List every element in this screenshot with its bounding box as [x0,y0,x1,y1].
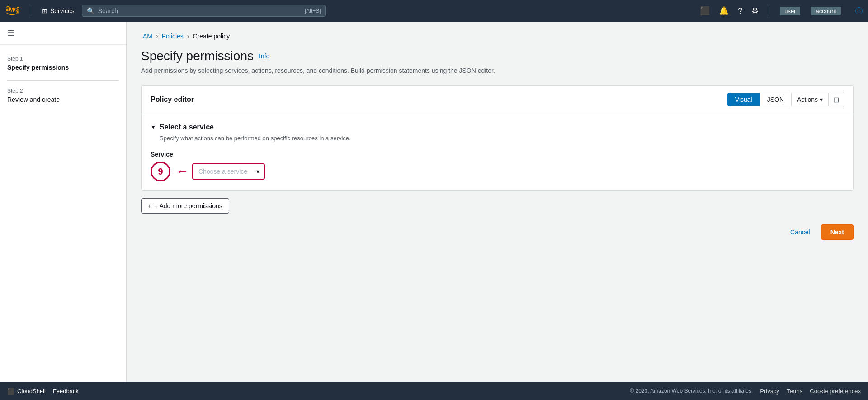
terminal-icon: ⬛ [700,6,710,16]
section-subtitle: Specify what actions can be performed on… [160,135,844,142]
select-service-section: ▼ Select a service Specify what actions … [142,114,853,190]
bottom-bar: ⬛ CloudShell Feedback © 2023, Amazon Web… [0,382,868,400]
page-info-link[interactable]: Info [259,52,269,60]
step2-label: Step 2 [7,88,119,94]
card-header: Policy editor Visual JSON Actions ▾ ⊡ [142,86,853,114]
account-menu-button[interactable]: account [807,6,844,16]
breadcrumb-separator-1: › [156,33,158,40]
aws-logo [5,5,22,16]
services-label: Services [50,7,75,14]
step1-title: Specify permissions [7,64,119,71]
user-menu-button[interactable]: user [776,5,804,17]
top-navigation: ⊞ Services 🔍 [Alt+S] ⬛ 🔔 ? ⚙ user accoun… [0,0,868,22]
cloudshell-icon: ⬛ [7,388,14,395]
copyright-text: © 2023, Amazon Web Services, Inc. or its… [630,388,753,394]
fullscreen-button[interactable]: ⊡ [829,92,844,107]
cancel-button[interactable]: Cancel [785,225,816,239]
user-label: user [780,7,800,15]
search-icon: 🔍 [87,7,94,14]
bell-icon: 🔔 [719,6,729,16]
bottom-links: Privacy Terms Cookie preferences [760,388,861,395]
breadcrumb-iam-link[interactable]: IAM [141,33,152,40]
page-title: Specify permissions [141,49,254,63]
tab-json-button[interactable]: JSON [760,93,792,106]
sidebar-toggle-button[interactable]: ☰ [0,22,126,45]
settings-button[interactable]: ⚙ [749,3,761,19]
grid-icon: ⊞ [42,7,47,14]
service-field-label: Service [151,151,844,158]
services-button[interactable]: ⊞ Services [38,5,78,16]
search-shortcut: [Alt+S] [305,8,321,14]
nav-divider-2 [769,5,769,16]
step1-label: Step 1 [7,56,119,62]
service-select-wrapper: Choose a service ▾ [192,163,265,180]
service-select[interactable]: Choose a service [192,163,265,180]
section-collapse-icon: ▼ [151,124,156,130]
privacy-link[interactable]: Privacy [760,388,779,395]
annotation-wrapper: 9 ← Choose a service ▾ [151,162,844,181]
cookie-preferences-link[interactable]: Cookie preferences [810,388,861,395]
add-permissions-plus-icon: + [148,202,151,210]
page-title-row: Specify permissions Info [141,49,854,63]
bottom-actions: Cancel Next [141,224,854,247]
terms-link[interactable]: Terms [787,388,802,395]
sidebar: ☰ Step 1 Specify permissions Step 2 Revi… [0,22,127,382]
feedback-button[interactable]: Feedback [53,388,79,395]
search-input[interactable] [98,7,301,14]
cloudshell-button[interactable]: ⬛ CloudShell [7,388,46,395]
policy-editor-card: Policy editor Visual JSON Actions ▾ ⊡ ▼ [141,85,854,191]
content-area: IAM › Policies › Create policy Specify p… [127,22,868,382]
step1-group: Step 1 Specify permissions [7,56,119,71]
step2-title: Review and create [7,96,119,103]
global-info-button[interactable]: i [855,7,863,14]
breadcrumb: IAM › Policies › Create policy [141,33,854,40]
policy-editor-title: Policy editor [151,95,194,104]
main-wrapper: ☰ Step 1 Specify permissions Step 2 Revi… [0,22,868,382]
breadcrumb-current: Create policy [193,33,230,40]
fullscreen-icon: ⊡ [833,95,839,104]
section-title-row: ▼ Select a service [151,123,844,131]
nav-divider [31,5,31,16]
account-label: account [811,7,841,15]
tab-actions-chevron-icon: ▾ [820,96,823,103]
add-permissions-label: + Add more permissions [154,202,222,210]
add-more-permissions-button[interactable]: + + Add more permissions [141,198,229,214]
cloudshell-label: CloudShell [17,388,46,395]
bell-button[interactable]: 🔔 [716,3,731,19]
help-icon: ? [738,6,742,16]
breadcrumb-policies-link[interactable]: Policies [162,33,184,40]
breadcrumb-separator-2: › [187,33,189,40]
step2-group: Step 2 Review and create [7,88,119,103]
section-title: Select a service [160,123,214,131]
next-button[interactable]: Next [821,224,854,240]
page-subtitle: Add permissions by selecting services, a… [141,67,854,74]
step-divider [7,80,119,81]
tab-actions-label: Actions [797,96,818,103]
terminal-button[interactable]: ⬛ [697,3,712,19]
help-button[interactable]: ? [735,4,745,19]
annotation-badge-9: 9 [151,162,170,181]
annotation-arrow-icon: ← [176,165,189,178]
tab-actions-button[interactable]: Actions ▾ [792,93,829,106]
sidebar-content: Step 1 Specify permissions Step 2 Review… [0,45,126,123]
tab-visual-button[interactable]: Visual [727,93,760,106]
search-bar[interactable]: 🔍 [Alt+S] [82,5,326,17]
tab-group: Visual JSON Actions ▾ ⊡ [727,92,844,107]
gear-icon: ⚙ [751,6,759,16]
